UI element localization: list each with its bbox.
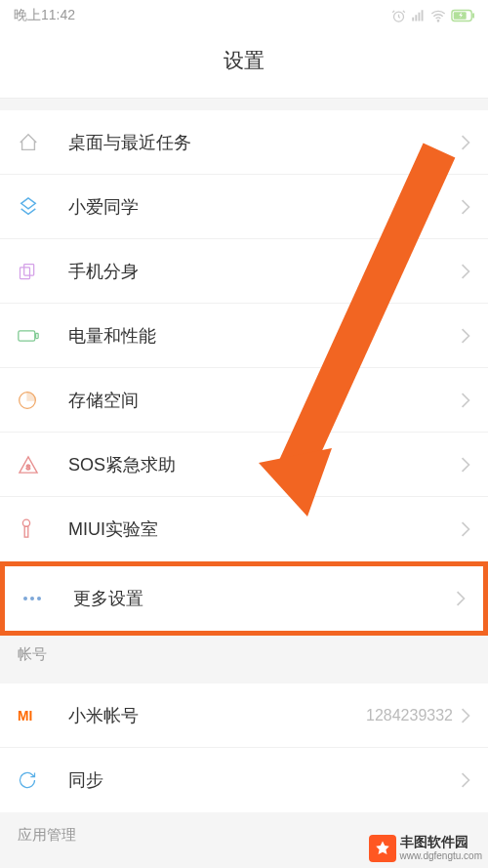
chevron-right-icon (461, 135, 470, 150)
svg-rect-12 (36, 333, 39, 338)
item-label: SOS紧急求助 (68, 453, 461, 476)
wifi-icon (430, 8, 446, 23)
signal-icon (411, 9, 426, 23)
list-item-xiaoai[interactable]: 小爱同学 (0, 175, 488, 239)
highlighted-item-container: 更多设置 (0, 561, 488, 636)
sos-icon: S (18, 455, 47, 475)
item-label: 小爱同学 (68, 195, 461, 219)
chevron-right-icon (461, 708, 470, 723)
status-icons (391, 8, 474, 23)
list-item-sync[interactable]: 同步 (0, 748, 488, 812)
home-icon (18, 132, 47, 153)
list-item-miui-lab[interactable]: MIUI实验室 (0, 497, 488, 561)
item-label: 小米帐号 (68, 704, 366, 727)
list-item-sos[interactable]: S SOS紧急求助 (0, 433, 488, 497)
svg-rect-10 (24, 264, 34, 275)
chevron-right-icon (461, 199, 470, 215)
watermark-logo-icon (369, 835, 396, 862)
item-label: 手机分身 (68, 260, 461, 283)
watermark-url: www.dgfengtu.com (400, 850, 483, 862)
account-list: MI 小米帐号 1284239332 同步 (0, 683, 488, 812)
chevron-right-icon (461, 772, 470, 788)
svg-point-17 (23, 597, 27, 600)
svg-point-5 (437, 21, 438, 21)
svg-rect-2 (415, 15, 417, 21)
item-label: 电量和性能 (68, 324, 461, 348)
chevron-right-icon (456, 591, 466, 606)
item-label: 更多设置 (73, 587, 456, 610)
item-value: 1284239332 (366, 707, 453, 724)
list-item-storage[interactable]: 存储空间 (0, 368, 488, 433)
alarm-icon (391, 9, 406, 23)
settings-list: 桌面与最近任务 小爱同学 手机分身 电量和性能 存储空间 S SOS紧急 (0, 110, 488, 636)
svg-rect-8 (472, 13, 474, 19)
chevron-right-icon (461, 521, 470, 537)
section-header-account: 帐号 (0, 636, 488, 672)
svg-text:S: S (26, 463, 30, 470)
chevron-right-icon (461, 457, 470, 473)
page-title: 设置 (0, 47, 488, 74)
svg-point-15 (22, 519, 29, 526)
svg-rect-9 (20, 267, 30, 278)
svg-rect-16 (24, 526, 28, 537)
svg-point-18 (30, 597, 34, 600)
watermark: 丰图软件园 www.dgfengtu.com (369, 834, 483, 862)
status-bar: 晚上11:42 (0, 0, 488, 29)
svg-rect-4 (422, 10, 424, 21)
list-item-more-settings[interactable]: 更多设置 (5, 566, 483, 631)
svg-rect-1 (412, 17, 414, 21)
svg-rect-11 (19, 330, 35, 340)
flask-icon (18, 518, 47, 540)
sync-icon (18, 770, 47, 790)
watermark-name: 丰图软件园 (400, 834, 483, 850)
storage-icon (18, 391, 47, 410)
page-header: 设置 (0, 29, 488, 99)
battery-icon (451, 9, 474, 22)
list-item-mi-account[interactable]: MI 小米帐号 1284239332 (0, 683, 488, 748)
svg-point-19 (37, 597, 41, 600)
chevron-right-icon (461, 328, 470, 344)
more-icon (22, 596, 52, 601)
chevron-right-icon (461, 393, 470, 408)
copy-icon (18, 262, 47, 281)
list-item-phone-clone[interactable]: 手机分身 (0, 239, 488, 304)
list-item-desktop[interactable]: 桌面与最近任务 (0, 110, 488, 175)
item-label: 存储空间 (68, 389, 461, 412)
item-label: 桌面与最近任务 (68, 131, 461, 154)
status-time: 晚上11:42 (14, 7, 75, 24)
list-item-battery[interactable]: 电量和性能 (0, 304, 488, 368)
item-label: MIUI实验室 (68, 517, 461, 541)
chevron-right-icon (461, 264, 470, 279)
mi-logo-icon: MI (18, 708, 47, 723)
item-label: 同步 (68, 768, 461, 792)
xiaoai-icon (18, 196, 47, 218)
battery-perf-icon (18, 328, 47, 344)
svg-rect-3 (419, 12, 421, 21)
svg-text:MI: MI (18, 709, 32, 723)
